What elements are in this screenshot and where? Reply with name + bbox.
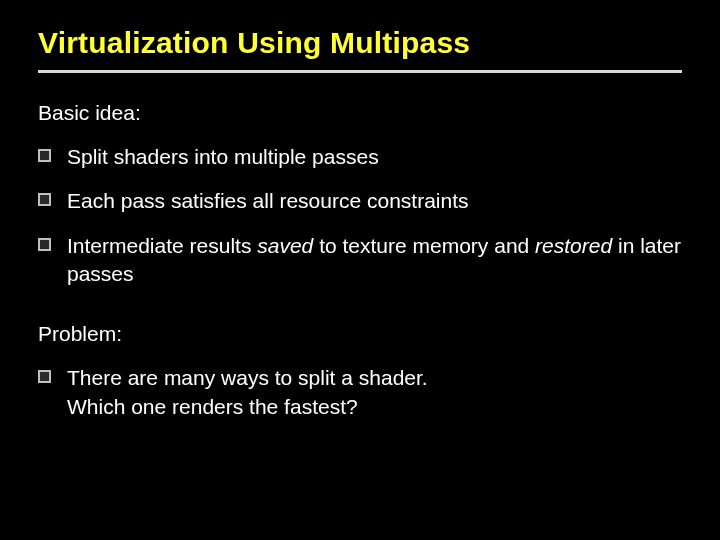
bullet-text: Each pass satisfies all resource constra… xyxy=(67,187,469,215)
square-bullet-icon xyxy=(38,238,51,251)
list-item: There are many ways to split a shader.Wh… xyxy=(38,364,682,421)
bullet-list: There are many ways to split a shader.Wh… xyxy=(38,364,682,421)
slide-title: Virtualization Using Multipass xyxy=(38,26,682,60)
square-bullet-icon xyxy=(38,149,51,162)
section-heading: Problem: xyxy=(38,322,682,346)
slide: Virtualization Using Multipass Basic ide… xyxy=(0,0,720,540)
list-item: Split shaders into multiple passes xyxy=(38,143,682,171)
bullet-text: Intermediate results saved to texture me… xyxy=(67,232,682,289)
list-item: Each pass satisfies all resource constra… xyxy=(38,187,682,215)
bullet-text: There are many ways to split a shader.Wh… xyxy=(67,364,428,421)
square-bullet-icon xyxy=(38,370,51,383)
bullet-list: Split shaders into multiple passes Each … xyxy=(38,143,682,288)
bullet-text: Split shaders into multiple passes xyxy=(67,143,379,171)
list-item: Intermediate results saved to texture me… xyxy=(38,232,682,289)
square-bullet-icon xyxy=(38,193,51,206)
section-0: Basic idea: Split shaders into multiple … xyxy=(38,101,682,288)
section-heading: Basic idea: xyxy=(38,101,682,125)
section-1: Problem: There are many ways to split a … xyxy=(38,322,682,421)
title-rule xyxy=(38,70,682,73)
